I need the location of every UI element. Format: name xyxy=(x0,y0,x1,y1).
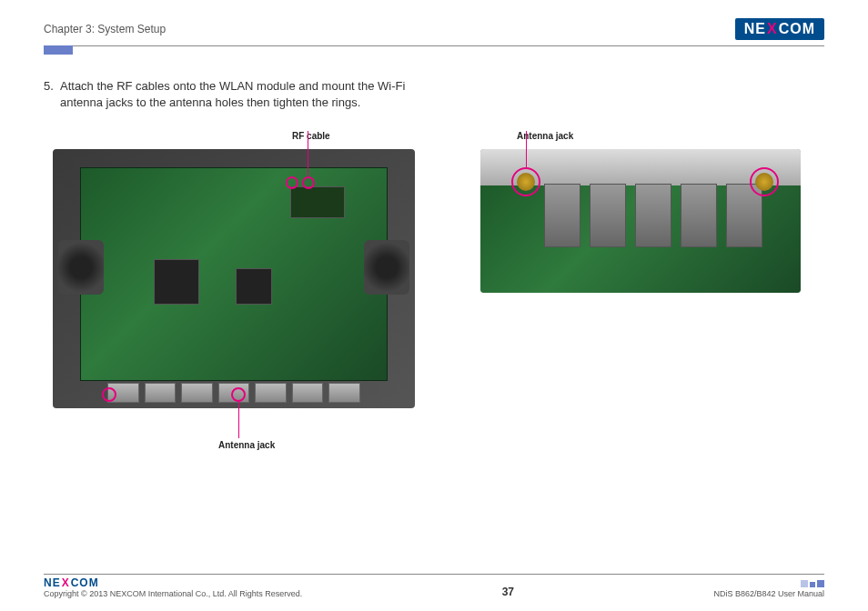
callout-jack-left xyxy=(511,167,540,196)
manual-title: NDiS B862/B842 User Manual xyxy=(713,589,824,598)
page-number: 37 xyxy=(502,586,514,598)
fan-right xyxy=(364,240,409,295)
page-footer: NEXCOM Copyright © 2013 NEXCOM Internati… xyxy=(44,574,824,598)
callout-rf-2 xyxy=(302,176,315,189)
logo-post: COM xyxy=(779,21,815,37)
slot xyxy=(681,184,717,247)
step-text: Attach the RF cables onto the WLAN modul… xyxy=(60,78,426,111)
port xyxy=(145,383,177,403)
callout-jack-right xyxy=(750,167,779,196)
callout-jack-1 xyxy=(102,387,116,402)
slot xyxy=(544,184,580,247)
content-area: 5. Attach the RF cables onto the WLAN mo… xyxy=(44,78,824,111)
callout-rf-1 xyxy=(286,176,298,189)
footer-logo-pre: NE xyxy=(44,576,61,589)
chapter-label: Chapter 3: System Setup xyxy=(44,23,166,35)
footer-row: NEXCOM Copyright © 2013 NEXCOM Internati… xyxy=(44,576,824,598)
label-rf-cable: RF cable xyxy=(292,131,330,141)
logo-pre: NE xyxy=(744,21,766,37)
chipset xyxy=(236,268,272,305)
fan-left xyxy=(58,240,104,295)
step-5: 5. Attach the RF cables onto the WLAN mo… xyxy=(44,78,426,111)
figure-antenna-jack xyxy=(480,149,801,293)
label-antenna-jack-bottom: Antenna jack xyxy=(218,440,275,450)
step-number: 5. xyxy=(44,78,60,111)
side-tab xyxy=(44,45,73,55)
footer-left: NEXCOM Copyright © 2013 NEXCOM Internati… xyxy=(44,576,302,598)
logo-x: X xyxy=(767,21,778,37)
port xyxy=(181,383,213,403)
port xyxy=(328,383,360,403)
footer-logo: NEXCOM xyxy=(44,576,99,589)
footer-decoration xyxy=(713,580,824,587)
port xyxy=(292,383,324,403)
footer-logo-post: COM xyxy=(71,576,99,589)
leader-rf xyxy=(308,131,308,176)
port xyxy=(255,383,287,403)
wlan-module xyxy=(290,186,345,218)
footer-logo-x: X xyxy=(62,576,70,589)
leader-jack-top xyxy=(526,131,527,167)
header-divider xyxy=(44,45,824,46)
manual-page: Chapter 3: System Setup NEXCOM 5. Attach… xyxy=(0,0,868,611)
slot xyxy=(590,184,626,247)
page-header: Chapter 3: System Setup NEXCOM xyxy=(44,16,824,42)
pcb-board xyxy=(80,167,388,381)
nexcom-logo: NEXCOM xyxy=(735,18,824,40)
footer-divider xyxy=(44,574,824,575)
closeup-photo xyxy=(480,149,801,293)
square-icon xyxy=(817,580,824,587)
callout-jack-2 xyxy=(231,387,246,402)
slot xyxy=(635,184,671,247)
cpu-chip xyxy=(154,259,199,305)
figure-mainboard xyxy=(53,149,415,408)
leader-jack xyxy=(238,402,239,438)
copyright-text: Copyright © 2013 NEXCOM International Co… xyxy=(44,589,302,598)
square-icon xyxy=(801,580,808,587)
footer-right: NDiS B862/B842 User Manual xyxy=(713,580,824,598)
chassis-photo xyxy=(53,149,415,408)
square-icon xyxy=(810,582,815,587)
